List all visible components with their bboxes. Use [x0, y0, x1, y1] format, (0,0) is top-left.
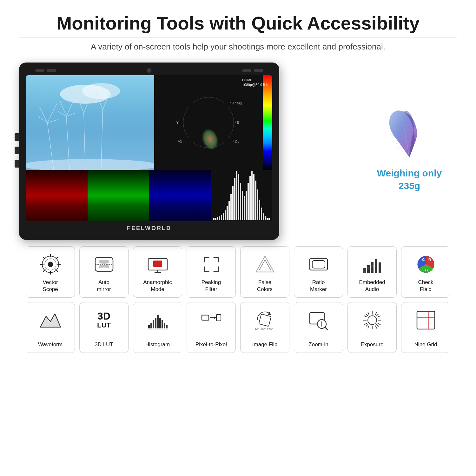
- histogram-bar: [259, 200, 260, 220]
- peaking-filter-label: PeakingFilter: [202, 279, 221, 293]
- page-subtitle: A variety of on-screen tools help your s…: [19, 41, 457, 53]
- svg-rect-47: [312, 261, 325, 268]
- svg-rect-52: [379, 262, 381, 273]
- waveform-green: [88, 170, 149, 221]
- feature-card-pixel-to-pixel: Pixel-to-Pixel: [187, 302, 236, 353]
- top-buttons: [26, 68, 272, 73]
- feature-card-3d-lut: 3D LUT 3D LUT: [79, 302, 129, 353]
- nine-grid-icon: [413, 307, 439, 333]
- top-btn-3: [242, 69, 251, 72]
- svg-text:R: R: [428, 258, 431, 261]
- frost-overlay: [26, 113, 154, 170]
- histogram-bar: [223, 213, 224, 220]
- middle-section: HDMI 1080p@59.94Hz: [19, 63, 457, 240]
- histogram-bar: [251, 171, 253, 220]
- ratio-marker-label: RatioMarker: [310, 279, 327, 293]
- monitor-wrapper: HDMI 1080p@59.94Hz: [19, 63, 279, 240]
- screen-info-bar: HDMI 1080p@59.94Hz: [242, 78, 268, 88]
- brand-logo: FEELWORLD: [127, 225, 171, 232]
- feature-card-exposure: Exposure: [347, 302, 397, 353]
- side-ports: [15, 133, 19, 168]
- svg-point-2: [82, 83, 120, 99]
- histogram-bar: [227, 206, 228, 220]
- pixel-to-pixel-icon: [199, 307, 224, 333]
- nine-grid-label: Nine Grid: [414, 341, 437, 348]
- power-button[interactable]: [147, 68, 151, 73]
- histogram-bar: [248, 183, 249, 220]
- top-btn-2: [47, 69, 56, 72]
- svg-marker-74: [214, 316, 216, 319]
- waveform-red: [26, 170, 88, 221]
- histogram-label: Histogram: [145, 341, 170, 348]
- waveform-blue: [149, 170, 211, 221]
- feature-card-nine-grid: Nine Grid: [401, 302, 450, 353]
- histogram-bar: [242, 191, 243, 220]
- svg-rect-76: [259, 314, 271, 326]
- feather-svg: [384, 103, 435, 161]
- histogram-bars: [211, 170, 272, 221]
- svg-text:180°: 180°: [261, 328, 267, 331]
- histogram-bar: [221, 215, 222, 220]
- feature-card-histogram: Histogram: [133, 302, 182, 353]
- feature-card-embedded-audio: EmbeddedAudio: [347, 246, 397, 298]
- screen-left-image: [26, 75, 154, 170]
- svg-rect-62: [148, 325, 150, 328]
- ratio-marker-icon: [306, 252, 331, 277]
- feature-card-anamorphic-mode: AnamorphicMode: [133, 246, 182, 298]
- check-field-label: CheckField: [418, 279, 433, 293]
- svg-rect-103: [417, 311, 435, 329]
- histogram-bar: [240, 183, 241, 220]
- svg-rect-70: [166, 325, 168, 328]
- monitor-screen: HDMI 1080p@59.94Hz: [26, 75, 272, 221]
- svg-rect-69: [164, 323, 165, 328]
- svg-line-94: [366, 324, 368, 327]
- histogram-bar: [253, 174, 255, 220]
- check-field-icon: R G B: [413, 252, 439, 277]
- histogram-bar: [267, 218, 268, 220]
- vs-circle: ᵒR ᵒMg ᵒB ᵒCy ᵒG Yl: [183, 97, 234, 148]
- image-flip-label: Image Flip: [252, 341, 277, 348]
- feature-card-check-field: R G B CheckField: [401, 246, 450, 298]
- histogram-bar: [230, 194, 232, 220]
- feature-card-peaking-filter: PeakingFilter: [187, 246, 236, 298]
- 3d-text: 3D: [97, 311, 110, 321]
- top-btn-4: [254, 69, 263, 72]
- hdmi-label: HDMI 1080p@59.94Hz: [242, 78, 268, 88]
- waveform-icon: [38, 307, 63, 333]
- divider: [19, 37, 457, 37]
- histogram-bar: [268, 218, 270, 220]
- lut-text: LUT: [97, 321, 111, 329]
- svg-rect-51: [375, 259, 377, 273]
- auto-mirror-icon: [91, 252, 117, 277]
- svg-line-102: [378, 323, 380, 325]
- anamorphic-mode-icon: [145, 252, 170, 277]
- histogram-bar: [238, 174, 239, 220]
- usb-port: [15, 160, 19, 168]
- feather-image: [378, 100, 441, 164]
- zoom-in-icon: [306, 307, 331, 333]
- false-colors-icon: [252, 252, 278, 277]
- histogram-bar: [261, 208, 262, 220]
- features-row-1: VectorScope Automirror: [19, 246, 457, 298]
- svg-rect-63: [150, 323, 152, 328]
- exposure-icon: [360, 307, 385, 333]
- svg-text:270°: 270°: [267, 328, 273, 331]
- page-title: Monitoring Tools with Quick Accessibilit…: [19, 13, 457, 34]
- svg-rect-53: [363, 269, 366, 273]
- svg-rect-64: [153, 320, 154, 328]
- anamorphic-mode-label: AnamorphicMode: [143, 279, 172, 293]
- vs-yl-label: Yl: [176, 121, 180, 124]
- feature-card-zoom-in: Zoom-in: [294, 302, 343, 353]
- vs-mg-label: ᵒMg: [235, 101, 241, 105]
- svg-line-91: [366, 314, 368, 316]
- histogram-bar: [263, 213, 264, 220]
- histogram-bar: [228, 201, 230, 220]
- vs-blob: [199, 126, 221, 153]
- svg-text:90°: 90°: [255, 328, 259, 331]
- top-btn-1: [36, 69, 44, 72]
- histogram-bar: [234, 178, 235, 220]
- svg-line-101: [378, 316, 380, 317]
- histogram-bar: [213, 218, 215, 220]
- histogram-bar: [246, 191, 247, 220]
- svg-line-95: [368, 312, 369, 315]
